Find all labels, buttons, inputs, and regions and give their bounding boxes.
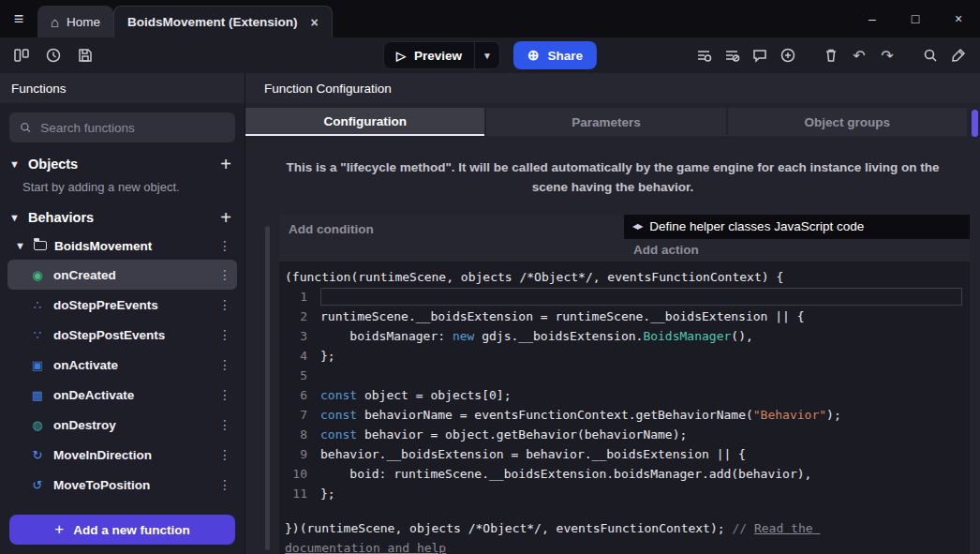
line-number: 6 bbox=[283, 385, 320, 405]
deactivate-icon: ▩ bbox=[30, 388, 45, 402]
tab-home[interactable]: ⌂ Home bbox=[37, 6, 113, 37]
line-content: const object = objects[0]; bbox=[320, 385, 964, 405]
share-button[interactable]: ⊕ Share bbox=[513, 41, 597, 69]
main-scrollbar-thumb[interactable] bbox=[972, 110, 978, 137]
history-icon[interactable] bbox=[39, 41, 67, 69]
add-event-icon[interactable] bbox=[774, 41, 802, 69]
sidebar-item-doStepPostEvents[interactable]: ∵doStepPostEvents⋮ bbox=[7, 320, 237, 350]
line-number: 8 bbox=[283, 425, 320, 444]
code-line[interactable]: 6const object = objects[0]; bbox=[283, 385, 964, 405]
events-scrollbar[interactable] bbox=[265, 226, 270, 550]
chevron-down-icon[interactable]: ▼ bbox=[9, 158, 21, 170]
toggle-action-panel-icon[interactable] bbox=[718, 41, 746, 69]
sidebar-item-onDeActivate[interactable]: ▩onDeActivate⋮ bbox=[7, 380, 237, 410]
code-line[interactable]: 11}; bbox=[283, 484, 964, 503]
save-icon[interactable] bbox=[71, 41, 99, 69]
sidebar-item-MoveInDirection[interactable]: ↻MoveInDirection⋮ bbox=[7, 440, 237, 470]
sidebar-item-doStepPreEvents[interactable]: ∴doStepPreEvents⋮ bbox=[7, 290, 237, 320]
search-icon[interactable] bbox=[916, 41, 944, 69]
preview-dropdown-icon[interactable]: ▼ bbox=[475, 51, 499, 61]
sidebar-item-MoveToPosition[interactable]: ↺MoveToPosition⋮ bbox=[7, 470, 237, 500]
sidebar-item-onCreated[interactable]: ◉onCreated⋮ bbox=[7, 260, 237, 290]
behaviors-section-header[interactable]: ▼ Behaviors + bbox=[0, 203, 245, 232]
folder-menu-icon[interactable]: ⋮ bbox=[218, 238, 231, 253]
close-tab-icon[interactable]: × bbox=[311, 15, 319, 30]
search-functions-box[interactable] bbox=[9, 112, 235, 142]
line-number: 5 bbox=[283, 366, 320, 385]
code-line[interactable]: 3 boidsManager: new gdjs.__boidsExtensio… bbox=[283, 326, 964, 346]
window-minimize-button[interactable]: – bbox=[851, 0, 894, 37]
toggle-condition-panel-icon[interactable] bbox=[690, 41, 718, 69]
code-line[interactable]: 4}; bbox=[283, 346, 964, 366]
redo-icon[interactable]: ↷ bbox=[873, 41, 901, 69]
line-content: }; bbox=[320, 346, 964, 366]
chevron-down-icon[interactable]: ▼ bbox=[15, 240, 26, 251]
line-number: 9 bbox=[283, 444, 320, 464]
item-menu-icon[interactable]: ⋮ bbox=[218, 357, 231, 372]
activate-icon: ▣ bbox=[30, 358, 45, 372]
undo-icon[interactable]: ↶ bbox=[845, 41, 873, 69]
code-wrapper-header: (function(runtimeScene, objects /*Object… bbox=[283, 267, 964, 287]
line-content: runtimeScene.__boidsExtension = runtimeS… bbox=[320, 307, 964, 326]
line-content: boidsManager: new gdjs.__boidsExtension.… bbox=[320, 326, 964, 346]
window-close-button[interactable]: × bbox=[937, 0, 980, 37]
hamburger-menu-icon[interactable]: ≡ bbox=[0, 0, 37, 37]
tab-configuration[interactable]: Configuration bbox=[245, 108, 484, 136]
item-menu-icon[interactable]: ⋮ bbox=[218, 447, 231, 462]
chevron-down-icon[interactable]: ▼ bbox=[9, 212, 21, 223]
item-menu-icon[interactable]: ⋮ bbox=[218, 327, 231, 342]
code-line[interactable]: 7const behaviorName = eventsFunctionCont… bbox=[283, 405, 964, 425]
objects-section-header[interactable]: ▼ Objects + bbox=[0, 150, 245, 178]
preview-button[interactable]: ▷ Preview ▼ bbox=[383, 41, 500, 69]
event-sheet: Add condition ◀▶ Define helper classes J… bbox=[279, 215, 970, 554]
functions-sidebar: Functions ▼ Objects + Start by adding a … bbox=[0, 73, 245, 554]
preview-button-main[interactable]: ▷ Preview bbox=[384, 49, 474, 63]
tab-object-groups[interactable]: Object groups bbox=[728, 108, 967, 136]
code-footer-comment: // bbox=[732, 521, 753, 535]
add-action-button[interactable]: Add action bbox=[624, 239, 970, 262]
line-number: 11 bbox=[283, 484, 320, 503]
play-icon: ▷ bbox=[396, 49, 406, 63]
function-label: onCreated bbox=[53, 268, 116, 282]
add-object-button[interactable]: + bbox=[220, 155, 231, 173]
tab-parameters[interactable]: Parameters bbox=[486, 108, 725, 136]
item-menu-icon[interactable]: ⋮ bbox=[218, 297, 231, 312]
delete-icon[interactable] bbox=[817, 41, 845, 69]
event-action-column: ◀▶ Define helper classes JavaScript code… bbox=[624, 215, 970, 262]
behavior-folder-boidsmovement[interactable]: ▼ BoidsMovement ⋮ bbox=[7, 232, 237, 260]
code-line[interactable]: 8const behavior = object.getBehavior(beh… bbox=[283, 425, 964, 444]
configuration-tabs: Configuration Parameters Object groups bbox=[245, 108, 980, 136]
sidebar-item-onActivate[interactable]: ▣onActivate⋮ bbox=[7, 350, 237, 380]
sidebar-item-onDestroy[interactable]: ◍onDestroy⋮ bbox=[7, 410, 237, 440]
code-line[interactable]: 9behavior.__boidsExtension = behavior.__… bbox=[283, 444, 964, 464]
tab-boidsmovement-extension[interactable]: BoidsMovement (Extension) × bbox=[113, 6, 333, 37]
code-line[interactable]: 2runtimeScene.__boidsExtension = runtime… bbox=[283, 307, 964, 326]
code-line[interactable]: 10 boid: runtimeScene.__boidsExtension.b… bbox=[283, 464, 964, 484]
code-line[interactable]: 5 bbox=[283, 366, 964, 385]
preview-label: Preview bbox=[414, 49, 462, 63]
code-line[interactable]: 1 bbox=[283, 287, 964, 307]
line-number: 10 bbox=[283, 464, 320, 484]
move-position-icon: ↺ bbox=[30, 478, 45, 492]
js-event-header[interactable]: ◀▶ Define helper classes JavaScript code bbox=[624, 215, 970, 239]
function-label: MoveToPosition bbox=[53, 478, 150, 492]
line-number: 7 bbox=[283, 405, 320, 425]
add-condition-button[interactable]: Add condition bbox=[279, 215, 624, 262]
particles-icon: ◉ bbox=[30, 268, 45, 282]
sidebar-title: Functions bbox=[0, 73, 245, 103]
line-content bbox=[320, 288, 962, 306]
add-behavior-button[interactable]: + bbox=[220, 208, 231, 227]
search-functions-input[interactable] bbox=[40, 121, 226, 135]
item-menu-icon[interactable]: ⋮ bbox=[218, 267, 231, 282]
line-number: 4 bbox=[283, 346, 320, 366]
add-function-button[interactable]: + Add a new function bbox=[9, 515, 235, 545]
window-maximize-button[interactable]: □ bbox=[894, 0, 937, 37]
comment-icon[interactable] bbox=[746, 41, 774, 69]
item-menu-icon[interactable]: ⋮ bbox=[218, 417, 231, 432]
line-content: const behavior = object.getBehavior(beha… bbox=[320, 425, 964, 444]
project-manager-icon[interactable] bbox=[7, 41, 36, 69]
theme-editor-icon[interactable] bbox=[944, 41, 973, 69]
item-menu-icon[interactable]: ⋮ bbox=[218, 477, 231, 492]
js-code-editor[interactable]: (function(runtimeScene, objects /*Object… bbox=[279, 262, 970, 554]
item-menu-icon[interactable]: ⋮ bbox=[218, 387, 231, 402]
